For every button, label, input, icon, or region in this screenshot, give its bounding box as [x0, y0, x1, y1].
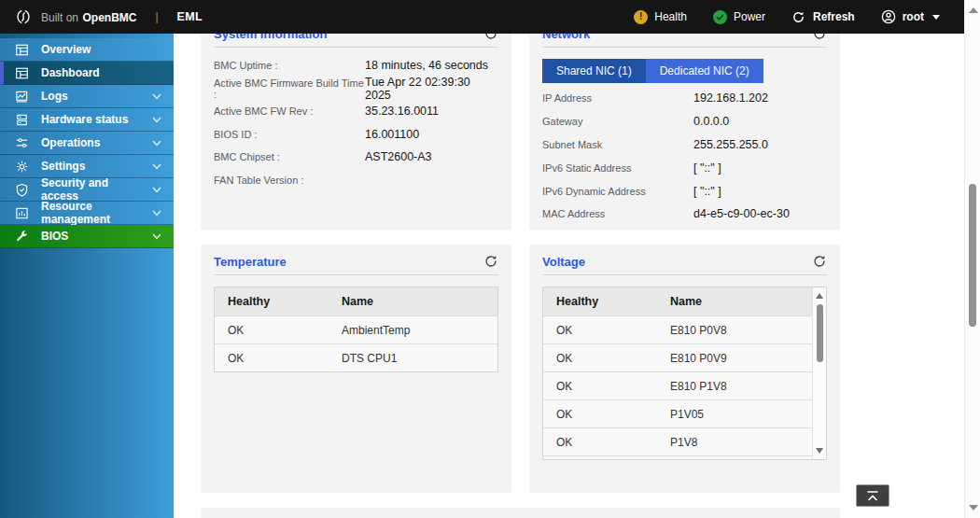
system-information-card: System Information BMC Uptime :18 minute… [201, 34, 511, 230]
built-on-label: Built on [41, 11, 78, 24]
table-scrollbar[interactable] [812, 287, 826, 459]
row-value: [ "::" ] [693, 161, 721, 175]
scroll-up-arrow-icon[interactable] [969, 7, 978, 13]
openbmc-logo-icon [15, 8, 32, 25]
row-value: 16.001100 [365, 128, 419, 141]
health-warning-icon: ! [634, 10, 648, 24]
voltage-card: Voltage Healthy Name OK E810 [529, 245, 840, 493]
sidebar-item-dashboard[interactable]: Dashboard [0, 62, 174, 85]
sidebar-item-label: Hardware status [41, 113, 140, 126]
table-header: Healthy Name [215, 287, 497, 315]
row-value: 192.168.1.202 [693, 91, 768, 105]
table-row-partial [543, 455, 812, 460]
card-refresh-icon[interactable] [483, 34, 498, 45]
chevron-down-icon [152, 233, 161, 240]
table-row: OK E810 P0V9 [543, 343, 812, 371]
healthy-cell: OK [543, 324, 670, 337]
voltage-table: Healthy Name OK E810 P0V8 OK E810 P0V9 [543, 287, 812, 460]
sidebar-item-operations[interactable]: Operations [0, 132, 174, 155]
chart-line-icon [14, 89, 29, 104]
info-row: BMC Chipset :AST2600-A3 [214, 146, 498, 169]
row-value: d4-e5-c9-00-ec-30 [693, 207, 790, 220]
name-cell: DTS CPU1 [342, 352, 497, 365]
table-row: OK E810 P1V8 [543, 371, 812, 399]
scroll-down-arrow-icon[interactable] [969, 505, 978, 511]
sidebar-item-logs[interactable]: Logs [0, 85, 174, 108]
sidebar-item-label: BIOS [41, 230, 140, 243]
sidebar-item-overview[interactable]: Overview [0, 38, 174, 62]
user-label: root [903, 10, 924, 23]
system-information-title[interactable]: System Information [214, 34, 327, 41]
sidebar-item-hardware-status[interactable]: Hardware status [0, 108, 174, 132]
user-menu[interactable]: root [881, 9, 940, 24]
tab-shared-nic[interactable]: Shared NIC (1) [542, 59, 646, 83]
health-status[interactable]: ! Health [634, 10, 687, 24]
main-content: System Information BMC Uptime :18 minute… [174, 34, 964, 518]
name-cell: E810 P0V9 [670, 352, 812, 365]
card-refresh-icon[interactable] [812, 254, 827, 273]
refresh-button[interactable]: Refresh [791, 9, 855, 24]
header-brand: Built on OpenBMC | EML [0, 8, 203, 25]
user-icon [881, 9, 896, 24]
row-value: 0.0.0.0 [693, 115, 729, 128]
divider [214, 47, 498, 48]
power-check-icon [713, 10, 727, 24]
page-scrollbar[interactable] [964, 0, 980, 518]
gear-icon [14, 159, 29, 174]
chevron-down-icon [152, 210, 161, 217]
health-label: Health [654, 10, 687, 23]
card-refresh-icon[interactable] [812, 34, 827, 45]
sidebar-nav: Overview Dashboard Log [0, 34, 174, 518]
row-label: Subnet Mask [542, 139, 693, 150]
name-cell: P1V05 [670, 408, 812, 421]
table-row: OK DTS CPU1 [215, 343, 497, 371]
nic-tabs: Shared NIC (1) Dedicated NIC (2) [542, 59, 827, 83]
network-row: IPv6 Static Address[ "::" ] [542, 156, 827, 179]
sidebar-item-security-and-access[interactable]: Security and access [0, 178, 174, 202]
wrench-icon [14, 229, 29, 244]
openbmc-label: OpenBMC [82, 11, 136, 24]
scroll-to-top-button[interactable] [856, 484, 889, 507]
info-row: FAN Table Version : [214, 169, 498, 192]
grid-icon [14, 42, 29, 57]
voltage-table-scroll-area: Healthy Name OK E810 P0V8 OK E810 P0V9 [542, 287, 827, 460]
network-row: MAC Addressd4-e5-c9-00-ec-30 [542, 203, 827, 226]
row-label: FAN Table Version : [214, 175, 365, 186]
sidebar-item-settings[interactable]: Settings [0, 155, 174, 178]
sidebar-item-label: Logs [41, 90, 140, 103]
healthy-cell: OK [543, 380, 670, 393]
table-row: OK E810 P0V8 [543, 315, 812, 343]
network-row: Gateway0.0.0.0 [542, 110, 827, 133]
network-row: IP Address192.168.1.202 [542, 87, 827, 110]
scrollbar-thumb[interactable] [969, 184, 976, 327]
app-name: EML [177, 10, 203, 23]
row-label: Gateway [542, 116, 693, 127]
network-card: Network Shared NIC (1) Dedicated NIC (2)… [529, 34, 840, 230]
row-value: [ "::" ] [693, 185, 721, 198]
scroll-down-arrow-icon[interactable] [816, 448, 823, 454]
power-label: Power [734, 10, 765, 23]
sidebar-item-resource-management[interactable]: Resource management [0, 202, 174, 225]
power-status[interactable]: Power [713, 10, 765, 24]
card-refresh-icon[interactable] [483, 254, 498, 273]
scroll-up-arrow-icon[interactable] [816, 293, 823, 299]
shield-icon [14, 182, 29, 197]
network-title[interactable]: Network [542, 34, 590, 41]
row-value: 18 minutes, 46 seconds [365, 59, 488, 72]
info-row: Active BMC FW Rev :35.23.16.0011 [214, 100, 498, 123]
sidebar-item-bios[interactable]: BIOS [0, 225, 174, 248]
sliders-icon [14, 135, 29, 150]
refresh-label: Refresh [813, 10, 855, 23]
divider [542, 47, 827, 48]
info-row: BMC Uptime :18 minutes, 46 seconds [214, 54, 498, 77]
header-actions: ! Health Power Refresh [634, 9, 964, 24]
row-label: BMC Uptime : [214, 60, 365, 71]
scrollbar-thumb[interactable] [817, 304, 823, 362]
temperature-title[interactable]: Temperature [214, 245, 287, 269]
row-label: IP Address [542, 92, 693, 104]
card-partial-below [201, 508, 840, 518]
voltage-title[interactable]: Voltage [542, 245, 585, 269]
row-value: Tue Apr 22 02:39:30 2025 [365, 76, 498, 102]
chevron-down-icon [152, 187, 161, 193]
tab-dedicated-nic[interactable]: Dedicated NIC (2) [646, 59, 763, 83]
